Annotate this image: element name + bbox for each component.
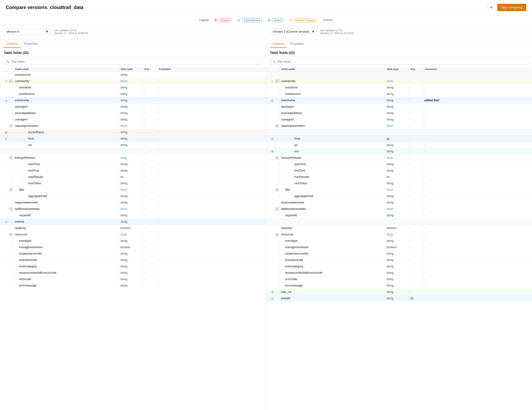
row-expand-cell[interactable]: ⊞ — [9, 124, 13, 127]
expand-struct-icon[interactable]: ⊞ — [276, 156, 279, 160]
row-key-cell: - — [142, 175, 157, 179]
field-name: errormessage — [285, 284, 303, 287]
table-row: ⊞ requestparameters struct - - — [0, 123, 266, 129]
table-row: - recipientaccountid string - - — [266, 250, 532, 257]
stop-comparing-button[interactable]: Stop comparing — [497, 4, 526, 11]
row-key-cell: - — [408, 265, 423, 268]
expand-struct-icon[interactable]: ⊞ — [10, 124, 12, 127]
row-type-cell: struct — [385, 188, 408, 191]
dash-comment: - — [424, 265, 425, 268]
row-key-cell: - — [142, 105, 157, 108]
row-comment-cell: - — [157, 239, 262, 242]
row-key-cell: - — [142, 194, 157, 198]
row-field-name-cell: - managementevent — [13, 246, 119, 249]
dash-comment: - — [158, 86, 159, 89]
dash-comment: - — [424, 156, 425, 160]
left-filter-input-wrapper[interactable]: 🔍 — [4, 59, 262, 65]
dash-comment: - — [158, 92, 159, 95]
nested-icon: ⊙ — [289, 18, 292, 22]
left-version-dropdown[interactable]: Version 0 ▼ — [4, 28, 51, 35]
expand-struct-icon[interactable]: ⊞ — [10, 80, 12, 83]
row-expand-cell[interactable]: ⊞ — [275, 80, 279, 83]
dash-comment: - — [158, 226, 159, 230]
row-expand-cell[interactable]: ⊞ — [275, 208, 279, 210]
row-comment-cell: - — [157, 175, 262, 179]
row-type-cell: string — [385, 252, 408, 255]
dash-key: - — [410, 246, 411, 249]
legend-deleted-plain: Deleted — [323, 19, 332, 22]
table-row: responseelements string - - — [0, 200, 266, 206]
nested-badge: Nested Changes — [294, 18, 317, 22]
right-filter-input[interactable] — [277, 60, 526, 63]
field-name: eventsource — [285, 92, 300, 95]
dash-key: - — [410, 277, 411, 281]
left-tab-schema[interactable]: Schema — [4, 40, 21, 48]
field-name: useridentity — [15, 79, 29, 83]
row-comment-cell: - — [423, 271, 528, 275]
dash-key: - — [144, 99, 145, 102]
expand-struct-icon[interactable]: ⊞ — [276, 80, 279, 83]
left-panel-content: Table fields (33) 🔍 Field name Data type… — [0, 48, 266, 410]
row-expand-cell[interactable]: ⊞ — [9, 188, 13, 191]
right-filter-input-wrapper[interactable]: 🔍 — [270, 59, 528, 65]
table-row: - sessioncredentialfromconsole string - … — [266, 270, 532, 276]
row-type-cell: string — [385, 143, 408, 147]
row-expand-cell[interactable]: ⊞ — [275, 188, 279, 191]
expand-struct-icon[interactable]: ⊞ — [10, 233, 12, 236]
expand-struct-icon[interactable]: ⊞ — [10, 208, 12, 210]
expand-struct-icon[interactable]: ⊞ — [276, 188, 279, 191]
edited-status-icon: ⊙ — [5, 99, 8, 102]
refresh-button[interactable]: ↻ — [487, 4, 495, 11]
row-comment-cell: - — [423, 258, 528, 262]
row-expand-cell[interactable]: ⊞ — [9, 156, 13, 160]
row-type-cell: int — [385, 137, 408, 140]
row-field-name-cell: requestparameters — [279, 124, 385, 127]
dash-comment: - — [158, 188, 159, 191]
row-expand-cell[interactable]: ⊞ — [275, 233, 279, 236]
row-comment-cell: - — [157, 131, 262, 134]
row-type-cell: string — [385, 150, 408, 153]
dash-key: - — [410, 118, 411, 121]
dash-comment: - — [424, 143, 425, 147]
row-key-cell: - — [408, 290, 423, 294]
dash-key: - — [144, 214, 145, 217]
row-type-cell: string — [119, 86, 142, 89]
field-name: managementevent — [19, 246, 42, 249]
row-key-cell: - — [142, 214, 157, 217]
row-key-cell: - — [142, 258, 157, 262]
dash-comment: - — [424, 124, 425, 127]
row-expand-cell[interactable]: ⊞ — [275, 156, 279, 160]
row-expand-cell[interactable]: ⊞ — [9, 233, 13, 236]
row-type-cell: string — [119, 143, 142, 147]
header: Compare versions: cloudtrail_data ↻ Stop… — [0, 0, 532, 15]
dash-key: - — [410, 175, 411, 179]
right-version-dropdown[interactable]: Version 2 (Current version) ▼ — [270, 28, 317, 35]
table-row: - managementevent boolean - - — [266, 244, 532, 250]
expand-struct-icon[interactable]: ⊞ — [276, 208, 279, 210]
expand-struct-icon[interactable]: ⊞ — [10, 156, 12, 160]
row-expand-cell[interactable]: ⊞ — [9, 80, 13, 83]
right-tab-properties[interactable]: Properties — [287, 40, 307, 48]
row-comment-cell: - — [157, 207, 262, 210]
left-filter-input[interactable] — [11, 60, 259, 63]
expand-struct-icon[interactable]: ⊞ — [276, 233, 279, 236]
left-tab-properties[interactable]: Properties — [21, 40, 40, 48]
table-row: awsregion string - - — [266, 104, 532, 110]
dash-key: - — [410, 207, 411, 210]
row-comment-cell: - — [423, 233, 528, 236]
field-name: startTime — [294, 162, 306, 166]
table-row: - sessioncredentialfromconsole string - … — [0, 270, 266, 276]
expand-struct-icon[interactable]: ⊞ — [10, 188, 12, 191]
field-name: requestparameters — [15, 124, 39, 127]
expand-struct-icon[interactable]: ⊞ — [276, 124, 279, 127]
field-name: filter — [19, 188, 24, 191]
row-comment-cell: - — [423, 86, 528, 89]
row-expand-cell[interactable]: ⊞ — [275, 124, 279, 127]
dash-comment: - — [158, 258, 159, 262]
row-type-cell: struct — [385, 124, 408, 127]
right-tab-schema[interactable]: Schema — [270, 40, 287, 48]
row-comment-cell: - — [157, 124, 262, 127]
row-expand-cell[interactable]: ⊞ — [9, 208, 13, 210]
row-field-name-cell: - requestid — [279, 214, 385, 217]
row-type-cell: string — [385, 258, 408, 262]
